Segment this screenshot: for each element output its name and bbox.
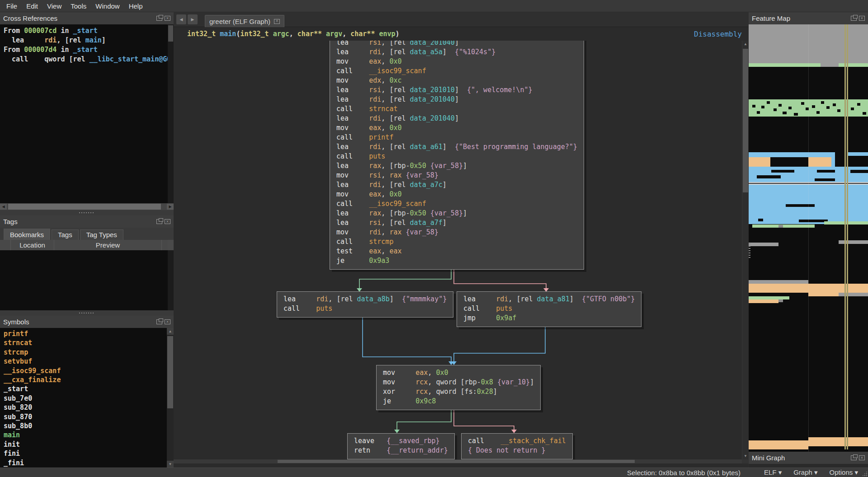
close-icon[interactable]: × bbox=[859, 16, 865, 21]
tab-greeter[interactable]: greeter (ELF Graph) × bbox=[205, 15, 284, 27]
popout-icon[interactable] bbox=[156, 16, 162, 21]
status-menu-options[interactable]: Options ▾ bbox=[830, 468, 858, 476]
symbol-__isoc99_scanf[interactable]: __isoc99_scanf bbox=[4, 366, 174, 375]
xrefs-vscrollbar[interactable] bbox=[168, 24, 174, 203]
asm-line[interactable]: lea rdi, [rel data_201040] bbox=[336, 114, 577, 123]
symbol-sub_820[interactable]: sub_820 bbox=[4, 403, 174, 412]
popout-icon[interactable] bbox=[851, 455, 857, 460]
asm-line[interactable]: call strcmp bbox=[336, 237, 577, 247]
tags-table-body[interactable] bbox=[0, 250, 174, 310]
tags-table-col-location[interactable]: Location bbox=[11, 240, 54, 250]
asm-line[interactable]: je 0x9a3 bbox=[336, 256, 577, 266]
symbol-strncat[interactable]: strncat bbox=[4, 338, 174, 347]
asm-line[interactable]: mov eax, 0x0 bbox=[336, 123, 577, 133]
scroll-down-icon[interactable]: ▼ bbox=[167, 461, 174, 468]
asm-line[interactable]: leave {__saved_rbp} bbox=[354, 436, 448, 446]
symbol-main[interactable]: main bbox=[4, 430, 174, 440]
scroll-down-icon[interactable]: ▼ bbox=[742, 453, 748, 459]
tags-tab-bookmarks[interactable]: Bookmarks bbox=[4, 229, 50, 240]
symbol-init[interactable]: init bbox=[4, 440, 174, 449]
menu-view[interactable]: View bbox=[42, 1, 66, 11]
menu-window[interactable]: Window bbox=[91, 1, 124, 11]
basic-block-merge[interactable]: mov eax, 0x0mov rcx, qword [rbp-0x8 {var… bbox=[376, 365, 541, 410]
popout-icon[interactable] bbox=[156, 219, 162, 224]
resize-grip-icon[interactable] bbox=[863, 472, 867, 476]
symbol-__cxa_finalize[interactable]: __cxa_finalize bbox=[4, 375, 174, 384]
asm-line[interactable]: lea rsi, [rel data_201040] bbox=[336, 41, 577, 47]
view-type-label[interactable]: Disassembly bbox=[694, 30, 742, 38]
asm-line[interactable]: call strncat bbox=[336, 104, 577, 114]
asm-line[interactable]: lea rdi, [rel data_a7c] bbox=[336, 180, 577, 190]
graph-vscroll-thumb[interactable] bbox=[743, 49, 748, 192]
asm-line[interactable]: call puts bbox=[283, 304, 447, 313]
xref-line[interactable]: lea rdi, [rel main] bbox=[4, 36, 174, 45]
status-menu-graph[interactable]: Graph ▾ bbox=[793, 468, 817, 476]
graph-hscrollbar[interactable] bbox=[174, 459, 742, 463]
scroll-up-icon[interactable]: ▲ bbox=[742, 41, 748, 47]
symbol-_fini[interactable]: _fini bbox=[4, 458, 174, 468]
symbol-fini[interactable]: fini bbox=[4, 449, 174, 458]
basic-block-true[interactable]: lea rdi, [rel data_a8b] {"mmmmkay"}call … bbox=[277, 291, 453, 318]
xref-line[interactable]: From 000007cd in _start bbox=[4, 26, 174, 36]
tags-tab-tags[interactable]: Tags bbox=[52, 229, 79, 240]
asm-line[interactable]: mov rsi, rax {var_58} bbox=[336, 171, 577, 180]
xrefs-hscrollbar[interactable]: ◀ ▶ bbox=[0, 203, 174, 210]
symbol-strcmp[interactable]: strcmp bbox=[4, 348, 174, 357]
sidebar-resize-handle[interactable] bbox=[749, 243, 750, 259]
xrefs-panel[interactable]: From 000007cd in _start lea rdi, [rel ma… bbox=[0, 24, 174, 203]
asm-line[interactable]: mov edx, 0xc bbox=[336, 76, 577, 85]
signature-line[interactable]: int32_t main(int32_t argc, char** argv, … bbox=[187, 29, 400, 39]
popout-icon[interactable] bbox=[851, 16, 857, 21]
scroll-up-icon[interactable]: ▲ bbox=[167, 328, 174, 335]
asm-line[interactable]: lea rdi, [rel data_a81] {"GTFO n00b"} bbox=[463, 295, 635, 304]
asm-line[interactable]: jmp 0x9af bbox=[463, 313, 635, 323]
basic-block-false[interactable]: lea rdi, [rel data_a81] {"GTFO n00b"}cal… bbox=[457, 291, 642, 327]
popout-icon[interactable] bbox=[156, 319, 162, 324]
menu-edit[interactable]: Edit bbox=[22, 1, 42, 11]
asm-line[interactable]: lea rdi, [rel data_201040] bbox=[336, 95, 577, 104]
asm-line[interactable]: lea rax, [rbp-0x50 {var_58}] bbox=[336, 209, 577, 218]
menu-file[interactable]: File bbox=[2, 1, 22, 11]
basic-block-entry[interactable]: lea rsi, [rel data_201040]lea rdi, [rel … bbox=[330, 41, 584, 270]
asm-line[interactable]: lea rsi, [rel data_201010] {", welcome!\… bbox=[336, 85, 577, 95]
asm-line[interactable]: mov eax, 0x0 bbox=[336, 190, 577, 199]
asm-line[interactable]: call __isoc99_scanf bbox=[336, 199, 577, 209]
close-icon[interactable]: × bbox=[165, 16, 170, 21]
asm-line[interactable]: call puts bbox=[463, 304, 635, 313]
graph-view[interactable]: lea rsi, [rel data_201040]lea rdi, [rel … bbox=[174, 41, 748, 463]
asm-line[interactable]: call printf bbox=[336, 133, 577, 142]
asm-line[interactable]: mov eax, 0x0 bbox=[383, 368, 534, 378]
graph-vscrollbar[interactable]: ▲ ▼ bbox=[742, 41, 748, 463]
symbol-printf[interactable]: printf bbox=[4, 329, 174, 338]
xrefs-hscroll-thumb[interactable] bbox=[8, 204, 161, 210]
xref-line[interactable]: call qword [rel __libc_start_main@GOT bbox=[4, 55, 174, 64]
basic-block-return[interactable]: leave {__saved_rbp}retn {__return_addr} bbox=[347, 433, 455, 459]
asm-line[interactable]: mov rcx, qword [rbp-0x8 {var_10}] bbox=[383, 378, 534, 387]
asm-line[interactable]: mov eax, 0x0 bbox=[336, 57, 577, 66]
status-menu-elf[interactable]: ELF ▾ bbox=[764, 468, 782, 476]
asm-line[interactable]: je 0x9c8 bbox=[383, 397, 534, 406]
asm-line[interactable]: lea rdi, [rel data_a8b] {"mmmmkay"} bbox=[283, 295, 447, 304]
asm-line[interactable]: call puts bbox=[336, 152, 577, 161]
symbol-_start[interactable]: _start bbox=[4, 384, 174, 393]
tab-nav-left-icon[interactable]: ◀ bbox=[176, 14, 186, 24]
basic-block-stackfail[interactable]: call __stack_chk_fail{ Does not return } bbox=[461, 433, 573, 459]
symbols-panel[interactable]: printfstrncatstrcmpsetvbuf__isoc99_scanf… bbox=[0, 328, 174, 468]
tags-vscrollbar[interactable] bbox=[168, 250, 174, 310]
feature-map-canvas[interactable] bbox=[749, 24, 868, 452]
asm-line[interactable]: lea rdi, [rel data_a5a] {"%1024s"} bbox=[336, 47, 577, 57]
tags-table-col-preview[interactable]: Preview bbox=[54, 240, 162, 250]
symbol-setvbuf[interactable]: setvbuf bbox=[4, 357, 174, 366]
menu-help[interactable]: Help bbox=[124, 1, 147, 11]
symbol-sub_870[interactable]: sub_870 bbox=[4, 412, 174, 421]
asm-line[interactable]: lea rsi, [rel data_a7f] bbox=[336, 218, 577, 228]
symbols-scroll-thumb[interactable] bbox=[167, 336, 173, 408]
tab-nav-right-icon[interactable]: ▶ bbox=[188, 14, 198, 24]
asm-line[interactable]: { Does not return } bbox=[468, 446, 566, 455]
xrefs-vscroll-thumb[interactable] bbox=[168, 25, 173, 42]
asm-line[interactable]: test eax, eax bbox=[336, 247, 577, 256]
menu-tools[interactable]: Tools bbox=[66, 1, 91, 11]
scroll-left-icon[interactable]: ◀ bbox=[0, 204, 7, 210]
tags-tab-tag-types[interactable]: Tag Types bbox=[80, 229, 123, 240]
panel-splitter[interactable] bbox=[0, 210, 174, 215]
